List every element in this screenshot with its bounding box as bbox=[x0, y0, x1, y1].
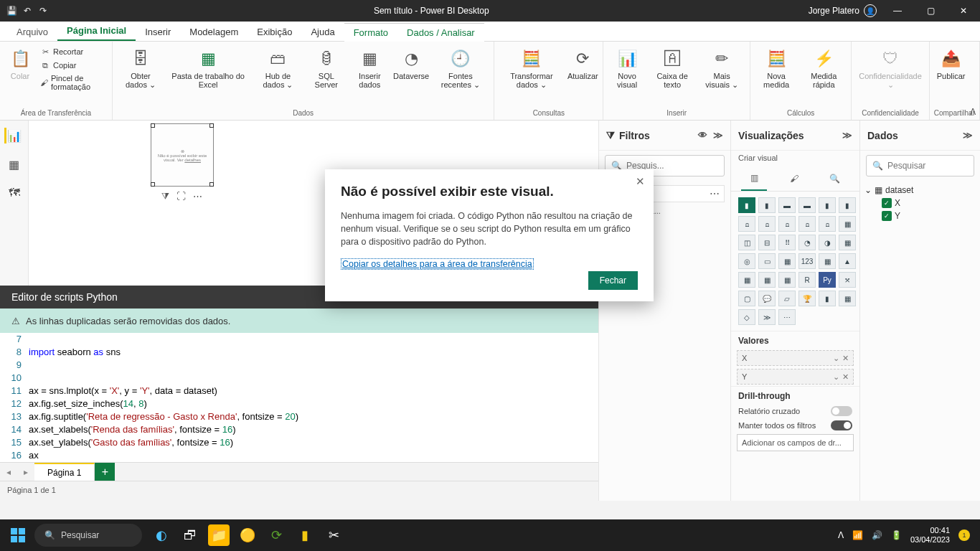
system-clock[interactable]: 00:41 03/04/2023 bbox=[910, 526, 950, 545]
viz-type-36[interactable]: ◇ bbox=[738, 309, 755, 325]
hide-filters-icon[interactable]: 👁 bbox=[698, 130, 707, 141]
dataset-node[interactable]: ⌄▦dataset bbox=[864, 184, 976, 197]
tab-view[interactable]: Exibição bbox=[248, 23, 301, 41]
maximize-button[interactable]: ▢ bbox=[914, 0, 947, 22]
viz-type-7[interactable]: ⩍ bbox=[758, 216, 776, 232]
wifi-icon[interactable]: 📶 bbox=[852, 530, 863, 540]
collapse-filters-icon[interactable]: ≫ bbox=[713, 130, 723, 141]
viz-type-8[interactable]: ⩍ bbox=[778, 216, 796, 232]
get-data-button[interactable]: 🗄Obter dados ⌄ bbox=[117, 46, 164, 90]
battery-icon[interactable]: 🔋 bbox=[891, 530, 902, 540]
viz-type-17[interactable]: ▦ bbox=[839, 235, 856, 250]
keep-filters-toggle[interactable] bbox=[831, 420, 852, 430]
taskbar-app-icon[interactable]: ⟳ bbox=[265, 524, 287, 546]
python-visual-placeholder[interactable]: ⊗ Não é possível exibir este visual. Ver… bbox=[151, 123, 214, 187]
tab-file[interactable]: Arquivo bbox=[7, 23, 57, 41]
viz-type-2[interactable]: ▬ bbox=[778, 197, 796, 213]
viz-type-11[interactable]: ▦ bbox=[839, 216, 856, 232]
more-options-icon[interactable]: ⋯ bbox=[193, 191, 202, 202]
new-visual-button[interactable]: 📊Novo visual bbox=[608, 46, 646, 90]
viz-type-25[interactable]: ▦ bbox=[758, 272, 776, 288]
data-search[interactable]: 🔍 Pesquisar bbox=[866, 155, 974, 176]
viz-type-6[interactable]: ⩍ bbox=[738, 216, 755, 232]
viz-type-38[interactable]: ⋯ bbox=[778, 309, 796, 325]
viz-type-5[interactable]: ▮ bbox=[839, 197, 856, 213]
taskbar-chrome-icon[interactable]: 🟡 bbox=[237, 524, 258, 546]
viz-type-3[interactable]: ▬ bbox=[798, 197, 816, 213]
field-well-x[interactable]: X⌄✕ bbox=[737, 350, 854, 366]
format-painter-button[interactable]: 🖌Pincel de formatação bbox=[39, 73, 108, 92]
sql-server-button[interactable]: 🛢SQL Server bbox=[307, 46, 346, 90]
model-view-icon[interactable]: 🗺 bbox=[6, 185, 22, 201]
viz-type-0[interactable]: ▮ bbox=[738, 197, 755, 213]
viz-type-19[interactable]: ▭ bbox=[758, 253, 776, 269]
report-view-icon[interactable]: 📊 bbox=[4, 128, 20, 143]
tab-insert[interactable]: Inserir bbox=[136, 23, 180, 41]
visual-error-link[interactable]: detalhes bbox=[184, 158, 201, 162]
collapse-ribbon-button[interactable]: ᐱ bbox=[970, 107, 976, 117]
collapse-viz-icon[interactable]: ≫ bbox=[842, 130, 852, 141]
dataverse-button[interactable]: ◔Dataverse bbox=[394, 46, 428, 82]
viz-type-32[interactable]: ▱ bbox=[778, 291, 796, 306]
notifications-icon[interactable]: 1 bbox=[958, 529, 970, 541]
viz-type-26[interactable]: ▦ bbox=[778, 272, 796, 288]
tab-home[interactable]: Página Inicial bbox=[57, 22, 136, 41]
viz-type-10[interactable]: ⩍ bbox=[819, 216, 836, 232]
tray-chevron-icon[interactable]: ᐱ bbox=[838, 530, 844, 540]
taskbar-explorer-icon[interactable]: 📁 bbox=[208, 524, 230, 546]
tab-help[interactable]: Ajuda bbox=[301, 23, 344, 41]
copy-details-link[interactable]: Copiar os detalhes para a área de transf… bbox=[341, 258, 534, 270]
taskbar-search[interactable]: 🔍Pesquisar bbox=[34, 524, 142, 547]
viz-type-1[interactable]: ▮ bbox=[758, 197, 776, 213]
viz-type-4[interactable]: ▮ bbox=[819, 197, 836, 213]
dialog-close-primary-button[interactable]: Fechar bbox=[588, 271, 638, 290]
transform-data-button[interactable]: 🧮Transformar dados ⌄ bbox=[499, 46, 564, 90]
new-measure-button[interactable]: 🧮Nova medida bbox=[755, 46, 798, 90]
viz-type-20[interactable]: ▦ bbox=[778, 253, 796, 269]
viz-type-22[interactable]: ▦ bbox=[819, 253, 836, 269]
build-visual-tab[interactable]: ▥ bbox=[741, 166, 767, 191]
publish-button[interactable]: 📤Publicar bbox=[934, 46, 969, 82]
focus-mode-icon[interactable]: ⛶ bbox=[176, 191, 186, 202]
close-button[interactable]: ✕ bbox=[947, 0, 980, 22]
field-y[interactable]: ✓Y bbox=[864, 209, 976, 222]
viz-type-12[interactable]: ◫ bbox=[738, 235, 755, 250]
viz-type-16[interactable]: ◑ bbox=[819, 235, 836, 250]
viz-type-13[interactable]: ⊟ bbox=[758, 235, 776, 250]
quick-measure-button[interactable]: ⚡Medida rápida bbox=[801, 46, 847, 90]
viz-type-9[interactable]: ⩍ bbox=[798, 216, 816, 232]
field-well-y[interactable]: Y⌄✕ bbox=[737, 369, 854, 385]
recent-sources-button[interactable]: 🕘Fontes recentes ⌄ bbox=[431, 46, 489, 90]
next-page-button[interactable]: ▸ bbox=[17, 463, 34, 481]
tab-modeling[interactable]: Modelagem bbox=[180, 23, 248, 41]
cut-button[interactable]: ✂Recortar bbox=[39, 46, 108, 57]
data-hub-button[interactable]: 🗃Hub de dados ⌄ bbox=[252, 46, 304, 90]
page-tab-1[interactable]: Página 1 bbox=[34, 463, 95, 481]
user-account[interactable]: Jorge Platero 👤 bbox=[809, 4, 881, 17]
taskbar-widgets-icon[interactable]: ◐ bbox=[151, 524, 172, 546]
taskbar-snip-icon[interactable]: ✂ bbox=[323, 524, 344, 546]
viz-type-27[interactable]: R bbox=[798, 272, 816, 288]
viz-type-34[interactable]: ▮ bbox=[819, 291, 836, 306]
viz-type-28[interactable]: Py bbox=[819, 272, 836, 288]
filter-icon[interactable]: ⧩ bbox=[161, 191, 169, 202]
enter-data-button[interactable]: ▦Inserir dados bbox=[349, 46, 391, 90]
viz-type-31[interactable]: 💬 bbox=[758, 291, 776, 306]
dialog-close-button[interactable]: ✕ bbox=[636, 175, 645, 188]
save-icon[interactable]: 💾 bbox=[6, 5, 17, 17]
analytics-tab[interactable]: 🔍 bbox=[821, 166, 847, 191]
viz-type-21[interactable]: 123 bbox=[798, 253, 816, 269]
volume-icon[interactable]: 🔊 bbox=[872, 530, 882, 540]
viz-type-29[interactable]: ⤧ bbox=[839, 272, 856, 288]
excel-button[interactable]: ▦Pasta de trabalho do Excel bbox=[167, 46, 249, 90]
viz-type-30[interactable]: ▢ bbox=[738, 291, 755, 306]
tab-data-analyze[interactable]: Dados / Analisar bbox=[397, 23, 484, 42]
viz-type-14[interactable]: ⠿ bbox=[778, 235, 796, 250]
format-visual-tab[interactable]: 🖌 bbox=[781, 166, 807, 191]
redo-icon[interactable]: ↷ bbox=[37, 5, 49, 17]
start-button[interactable] bbox=[4, 522, 32, 549]
minimize-button[interactable]: — bbox=[881, 0, 914, 22]
viz-type-23[interactable]: ▲ bbox=[839, 253, 856, 269]
taskbar-powerbi-icon[interactable]: ▮ bbox=[294, 524, 316, 546]
viz-type-15[interactable]: ◔ bbox=[798, 235, 816, 250]
